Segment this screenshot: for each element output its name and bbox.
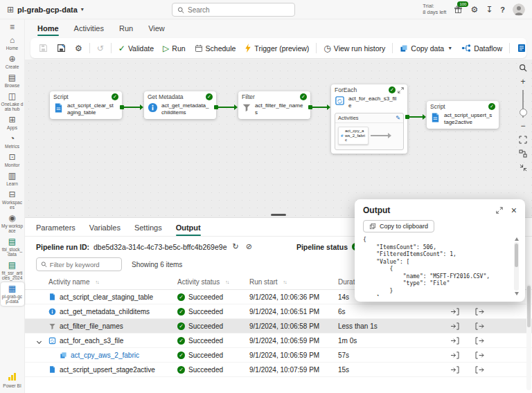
table-row[interactable]: act_get_metadata_childitems ✓Succeeded 9… — [25, 304, 532, 319]
refresh-icon[interactable]: ↻ — [231, 242, 240, 251]
input-icon[interactable] — [442, 322, 467, 330]
fit-to-screen-button[interactable] — [517, 134, 529, 145]
onelake-icon: ◫ — [8, 92, 16, 101]
zoom-in-button[interactable]: + — [517, 76, 529, 87]
copy-to-clipboard-button[interactable]: Copy to clipboard — [363, 220, 434, 232]
sort-icon[interactable]: ↑↓ — [283, 280, 287, 284]
tab-view[interactable]: View — [141, 22, 172, 35]
sidebar-item-learn[interactable]: ▥Learn — [1, 170, 24, 188]
tab-run[interactable]: Run — [112, 22, 140, 35]
activity-name: act_get_metadata_childitems — [60, 308, 150, 316]
hamburger-menu[interactable]: ≡ — [1, 21, 24, 34]
validate-button[interactable]: ✓Validate — [114, 41, 158, 56]
chevron-down-icon[interactable] — [37, 338, 42, 343]
sidebar-item-workspaces[interactable]: ⊟Workspaces — [1, 188, 24, 212]
notebook-button[interactable] — [513, 41, 530, 55]
gift-icon[interactable]: 100 — [454, 5, 463, 14]
pipeline-canvas[interactable]: Script✓ act_script_clear_staging_table G… — [25, 60, 532, 217]
copy-data-button[interactable]: Copy data▼ — [396, 42, 456, 55]
sidebar-item-home[interactable]: ⌂Home — [1, 34, 24, 53]
sidebar-item-power-bi[interactable]: Power BI — [1, 371, 24, 390]
expand-icon[interactable] — [398, 87, 404, 93]
input-icon[interactable] — [442, 366, 467, 374]
close-icon[interactable]: × — [511, 207, 517, 214]
scrollbar-thumb[interactable] — [515, 244, 518, 267]
schedule-button[interactable]: Schedule — [190, 42, 240, 55]
save-as-button[interactable] — [53, 41, 70, 55]
output-icon[interactable] — [467, 322, 492, 330]
activity-node-get-metadata[interactable]: Get Metadata✓ act_get_metadata_childitem… — [144, 91, 216, 119]
global-search[interactable] — [172, 3, 295, 17]
output-icon[interactable] — [467, 351, 492, 359]
activity-node-script-upsert[interactable]: Script✓ act_script_upsert_stage2active — [427, 101, 499, 129]
sidebar-item-stock-data[interactable]: ▤tbl_stock_data — [1, 235, 24, 259]
scrollbar-thumb[interactable] — [527, 286, 531, 327]
table-row-selected[interactable]: act_filter_file_names ✓Succeeded 9/1/202… — [25, 319, 532, 333]
tab-activities[interactable]: Activities — [67, 22, 111, 35]
table-row-child[interactable]: act_cpy_aws_2_fabric ✓Succeeded 9/1/2024… — [25, 348, 532, 363]
input-icon[interactable] — [442, 308, 467, 316]
sidebar-item-apps[interactable]: ⊞Apps — [1, 113, 24, 132]
output-scrollbar[interactable] — [513, 237, 520, 296]
cancel-run-icon[interactable]: ⊘ — [245, 242, 254, 251]
output-icon[interactable] — [467, 337, 492, 345]
table-row[interactable]: act_for_each_s3_file ✓Succeeded 9/1/2024… — [25, 333, 532, 348]
sidebar-item-monitor[interactable]: ⊡Monitor — [1, 151, 24, 170]
tab-parameters[interactable]: Parameters — [36, 223, 76, 236]
collapse-button[interactable] — [517, 162, 529, 173]
sidebar-item-metrics[interactable]: ◔Metrics — [1, 132, 24, 151]
avatar[interactable] — [513, 3, 525, 16]
metadata-icon — [148, 102, 158, 113]
sort-icon[interactable]: ↑↓ — [95, 280, 98, 284]
sidebar-item-onelake[interactable]: ◫OneLake data hub — [1, 90, 24, 113]
tab-home[interactable]: Home — [30, 22, 66, 35]
sort-icon[interactable]: ↑↓ — [225, 280, 229, 284]
expand-icon[interactable] — [496, 207, 503, 214]
tab-variables[interactable]: Variables — [89, 223, 121, 236]
activity-node-script-clear-staging[interactable]: Script✓ act_script_clear_staging_table — [50, 91, 122, 119]
scroll-up-icon[interactable] — [515, 237, 519, 241]
dataflow-button[interactable]: Dataflow — [457, 41, 506, 55]
sidebar-item-create[interactable]: ⊕Create — [1, 53, 24, 71]
sidebar-item-pipeline-selected[interactable]: ▦pl-grab-gcp-data — [1, 282, 24, 306]
panel-resize-handle[interactable] — [271, 214, 286, 216]
pipeline-settings-button[interactable]: ⚙ — [71, 41, 87, 56]
trigger-button[interactable]: Trigger (preview) — [240, 41, 313, 55]
app-launcher-icon[interactable]: ⊞ — [7, 5, 14, 15]
filter-input[interactable] — [50, 261, 117, 268]
tab-output[interactable]: Output — [176, 223, 201, 236]
zoom-slider[interactable] — [522, 90, 524, 118]
keyword-filter[interactable] — [36, 257, 122, 271]
sidebar-item-browse[interactable]: ▤Browse — [1, 71, 24, 90]
input-icon[interactable] — [442, 337, 467, 345]
zoom-slider-handle[interactable] — [520, 109, 527, 116]
activity-name-link[interactable]: act_cpy_aws_2_fabric — [71, 351, 139, 359]
table-row[interactable]: act_script_upsert_stage2active ✓Succeede… — [25, 363, 532, 377]
connector — [123, 107, 141, 108]
inner-activity-node[interactable]: act_cpy_aws_2_fabric — [338, 127, 369, 145]
sidebar-item-my-workspace[interactable]: ◉My workspace — [1, 212, 24, 235]
sidebar-item-ssr-articles[interactable]: ▤fit_ssr_articles_2024 — [1, 259, 24, 282]
output-icon[interactable] — [467, 308, 492, 316]
auto-layout-button[interactable] — [517, 148, 529, 159]
help-icon[interactable]: ? — [500, 6, 505, 14]
input-icon[interactable] — [442, 351, 467, 359]
view-run-history-button[interactable]: ◷View run history — [319, 41, 389, 56]
activity-node-foreach[interactable]: ForEach ✓ act_for_each_s3_file Activitie… — [331, 84, 407, 154]
workspace-switcher[interactable]: ⊞ pl-grab-gcp-data ▾ — [7, 5, 84, 15]
run-button[interactable]: ▷Run — [159, 41, 190, 56]
connector — [311, 107, 328, 108]
search-icon — [41, 261, 47, 268]
panel-scrollbar[interactable] — [526, 284, 531, 390]
settings-icon[interactable]: ⚙ — [470, 5, 478, 15]
edit-icon[interactable]: ✎ — [396, 115, 400, 121]
scroll-down-icon[interactable] — [515, 292, 519, 295]
copy-icon — [369, 223, 376, 230]
output-icon[interactable] — [467, 366, 492, 374]
search-input[interactable] — [188, 6, 290, 14]
download-icon[interactable]: ↧ — [486, 5, 493, 15]
activity-node-filter[interactable]: Filter✓ act_filter_file_names — [238, 91, 310, 119]
canvas-search-button[interactable] — [517, 62, 529, 73]
tab-settings[interactable]: Settings — [134, 223, 162, 236]
zoom-out-button[interactable]: − — [517, 120, 529, 131]
